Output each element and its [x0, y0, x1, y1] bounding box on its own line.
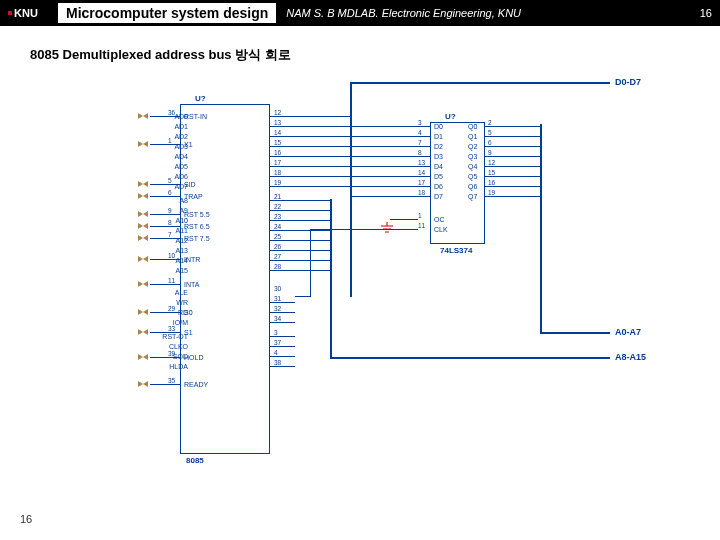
- pin-label: Q4: [468, 163, 477, 170]
- chip-8085-ref: U?: [195, 94, 206, 103]
- pin-label: D6: [434, 183, 443, 190]
- pin-num: 38: [274, 359, 281, 366]
- chip-8085: [180, 104, 270, 454]
- pin-label: Q2: [468, 143, 477, 150]
- ctrl-stub: [270, 302, 295, 303]
- pin-num: 32: [274, 305, 281, 312]
- pin-label: Q7: [468, 193, 477, 200]
- pin-label: AD1: [128, 123, 188, 130]
- pin-label: AD4: [128, 153, 188, 160]
- pin-label: AD2: [128, 133, 188, 140]
- pin-label: AD5: [128, 163, 188, 170]
- pin-num: 16: [274, 149, 281, 156]
- addr-hi-wire: [330, 357, 610, 359]
- pin-num: 5: [488, 129, 492, 136]
- latch-out-wire: [485, 186, 540, 187]
- pin-num: 25: [274, 233, 281, 240]
- bus-vertical: [350, 82, 352, 297]
- chip-8085-name: 8085: [186, 456, 204, 465]
- pin-label: AD6: [128, 173, 188, 180]
- latch-in-wire: [350, 176, 430, 177]
- pin-label: AD7: [128, 183, 188, 190]
- pin-label: OC: [434, 216, 445, 223]
- pin-label: READY: [184, 381, 208, 388]
- ad-wire: [270, 176, 350, 177]
- pin-num: 11: [418, 222, 425, 229]
- logo-text: KNU: [14, 7, 38, 19]
- pin-num: 12: [488, 159, 495, 166]
- latch-out-wire: [485, 176, 540, 177]
- ale-wire-3: [310, 229, 418, 230]
- ad-wire: [270, 126, 350, 127]
- pin-num: 3: [274, 329, 278, 336]
- ctrl-stub: [270, 322, 295, 323]
- pin-label: A9: [128, 207, 188, 214]
- port-arrow-icon: [138, 281, 148, 287]
- pin-label: Q5: [468, 173, 477, 180]
- pin-label: D3: [434, 153, 443, 160]
- latch-in-wire: [350, 156, 430, 157]
- pin-num: 1: [418, 212, 422, 219]
- pin-num: 6: [488, 139, 492, 146]
- pin-stub: [150, 284, 180, 285]
- pin-label: Q1: [468, 133, 477, 140]
- ctrl-stub: [270, 312, 295, 313]
- a8-wire: [270, 200, 330, 201]
- a8-wire: [270, 270, 330, 271]
- ad-wire: [270, 166, 350, 167]
- latch-out-wire: [485, 156, 540, 157]
- pin-label: A13: [128, 247, 188, 254]
- addr-hi-label: A8-A15: [615, 352, 646, 362]
- latch-in-wire: [350, 186, 430, 187]
- ale-wire-1: [295, 296, 310, 297]
- pin-num: 17: [274, 159, 281, 166]
- latch-out-wire: [485, 146, 540, 147]
- pin-label: D0: [434, 123, 443, 130]
- pin-num: 4: [418, 129, 422, 136]
- port-arrow-icon: [138, 381, 148, 387]
- a8-wire: [270, 230, 330, 231]
- pin-num: 27: [274, 253, 281, 260]
- pin-label: CLKO: [128, 343, 188, 350]
- ad-wire: [270, 116, 350, 117]
- pin-num: 14: [418, 169, 425, 176]
- pin-label: RD: [128, 309, 188, 316]
- ad-wire: [270, 136, 350, 137]
- header-bar: KNU Microcomputer system design NAM S. B…: [0, 0, 720, 26]
- a8-wire: [270, 210, 330, 211]
- latch-out-wire: [485, 136, 540, 137]
- latch-in-wire: [350, 126, 430, 127]
- subtitle: NAM S. B MDLAB. Electronic Engineering, …: [286, 7, 521, 19]
- knu-logo: KNU: [8, 4, 56, 22]
- addr-lo-label: A0-A7: [615, 327, 641, 337]
- pin-num: 22: [274, 203, 281, 210]
- pin-num: 16: [488, 179, 495, 186]
- latch-in-wire: [350, 146, 430, 147]
- pin-num: 6: [168, 189, 172, 196]
- pin-num: 28: [274, 263, 281, 270]
- pin-label: A14: [128, 257, 188, 264]
- pin-num: 7: [418, 139, 422, 146]
- latch-out-wire: [485, 196, 540, 197]
- ad-wire: [270, 146, 350, 147]
- pin-label: SOD: [128, 353, 188, 360]
- a8-wire: [270, 260, 330, 261]
- data-bus-wire: [350, 82, 610, 84]
- pin-num: 18: [418, 189, 425, 196]
- a8-wire: [270, 250, 330, 251]
- pin-stub: [150, 384, 180, 385]
- latch-out-wire: [485, 166, 540, 167]
- pin-label: IO/M: [128, 319, 188, 326]
- pin-label: D7: [434, 193, 443, 200]
- pin-label: D5: [434, 173, 443, 180]
- pin-label: A11: [128, 227, 188, 234]
- pin-num: 31: [274, 295, 281, 302]
- gnd-symbol: [380, 222, 394, 236]
- a8-wire: [270, 240, 330, 241]
- pin-num: 8: [418, 149, 422, 156]
- pin-stub: [150, 214, 180, 215]
- oc-wire: [390, 219, 418, 220]
- page-title: Microcomputer system design: [58, 3, 276, 23]
- ctrl-stub: [270, 336, 295, 337]
- pin-label: Q0: [468, 123, 477, 130]
